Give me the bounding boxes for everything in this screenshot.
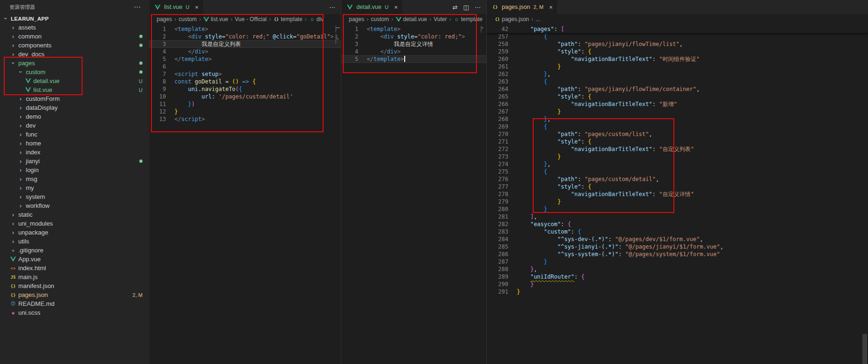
- breadcrumb-item[interactable]: pages: [157, 16, 172, 23]
- code-line[interactable]: 270 "path": "pages/custom/list",: [487, 130, 868, 138]
- chevron-right-icon[interactable]: ›: [17, 96, 24, 102]
- code-line[interactable]: 276 "path": "pages/custom/detail",: [487, 175, 868, 183]
- tree-folder-index[interactable]: ›index: [0, 148, 148, 157]
- code-line[interactable]: 274 },: [487, 160, 868, 168]
- chevron-right-icon[interactable]: ›: [17, 194, 24, 200]
- chevron-down-icon[interactable]: ›: [3, 15, 9, 23]
- chevron-right-icon[interactable]: ›: [17, 203, 24, 209]
- tree-file-list.vue[interactable]: list.vueU: [0, 85, 148, 94]
- chevron-right-icon[interactable]: ›: [17, 114, 24, 120]
- tree-root-project[interactable]: ›LEARUN_APP: [0, 14, 148, 23]
- chevron-right-icon[interactable]: ›: [17, 131, 24, 137]
- tree-file-manifest.json[interactable]: {}manifest.json: [0, 281, 148, 290]
- code-line[interactable]: 288 },: [487, 265, 868, 273]
- breadcrumb-item[interactable]: {}pages.json: [494, 16, 529, 23]
- code-line[interactable]: 272 "navigationBarTitleText": "自定义列表": [487, 145, 868, 153]
- code-line[interactable]: 4 </div>: [149, 48, 341, 55]
- chevron-down-icon[interactable]: ›: [10, 60, 16, 67]
- code-line[interactable]: 5</template>: [341, 55, 486, 63]
- tree-file-uni.scss[interactable]: ◉uni.scss: [0, 308, 148, 317]
- tab-list.vue[interactable]: list.vueU×: [149, 0, 203, 14]
- code-line[interactable]: 269 {: [487, 123, 868, 130]
- tree-folder-login[interactable]: ›login: [0, 166, 148, 174]
- code-line[interactable]: 277 "style": {: [487, 183, 868, 190]
- chevron-right-icon[interactable]: ›: [9, 220, 17, 227]
- tree-folder-dataDisplay[interactable]: ›dataDisplay: [0, 103, 148, 112]
- code-line[interactable]: 266 "navigationBarTitleText": "新增": [487, 100, 868, 108]
- tree-folder-common[interactable]: ›common: [0, 32, 148, 41]
- chevron-right-icon[interactable]: ›: [17, 167, 24, 173]
- chevron-right-icon[interactable]: ›: [9, 238, 17, 244]
- tree-folder-home[interactable]: ›home: [0, 139, 148, 148]
- tree-folder-uni_modules[interactable]: ›uni_modules: [0, 219, 148, 228]
- breadcrumb-item[interactable]: ◯div: [309, 16, 324, 23]
- breadcrumb-item[interactable]: pages: [349, 16, 364, 23]
- code-line[interactable]: 1<template>: [341, 25, 486, 33]
- code-line[interactable]: 4 </div>: [341, 48, 486, 55]
- chevron-right-icon[interactable]: ›: [17, 149, 24, 155]
- code-line[interactable]: 283 "custom": {: [487, 228, 868, 235]
- close-icon[interactable]: ×: [195, 4, 199, 11]
- code-line[interactable]: 282 "easycom": {: [487, 220, 868, 228]
- code-line[interactable]: 258 "path": "pages/jianyi/flowTime/list"…: [487, 40, 868, 48]
- code-line[interactable]: 10 url: '/pages/custom/detail': [149, 93, 341, 100]
- breadcrumb-item[interactable]: Vuter: [434, 16, 447, 23]
- breadcrumb-item[interactable]: ...: [536, 16, 540, 23]
- chevron-down-icon[interactable]: ›: [18, 68, 24, 76]
- more-icon[interactable]: ⋯: [475, 4, 481, 11]
- code-line[interactable]: 290 }: [487, 281, 868, 288]
- tree-folder-customForm[interactable]: ›customForm: [0, 94, 148, 103]
- code-line[interactable]: 275 {: [487, 168, 868, 175]
- chevron-right-icon[interactable]: ›: [17, 185, 24, 191]
- breadcrumb-item[interactable]: detail.vue: [395, 16, 427, 23]
- tree-file-detail.vue[interactable]: detail.vueU: [0, 76, 148, 85]
- code-line[interactable]: 7<script setup>: [149, 70, 341, 78]
- code-line[interactable]: 8const goDetail = () => {: [149, 78, 341, 85]
- code-line[interactable]: 261 }: [487, 63, 868, 70]
- code-line[interactable]: 9 uni.navigateTo({: [149, 85, 341, 93]
- explorer-more-icon[interactable]: ⋯: [134, 3, 141, 11]
- tree-folder-static[interactable]: ›static: [0, 210, 148, 219]
- tab-detail.vue[interactable]: detail.vueU×: [341, 0, 402, 14]
- breadcrumb-item[interactable]: Vue - Official: [235, 16, 267, 23]
- tree-folder-components[interactable]: ›components: [0, 41, 148, 50]
- chevron-right-icon[interactable]: ›: [17, 158, 24, 164]
- code-editor[interactable]: 1<template>2 <div style="color: red;" @c…: [149, 24, 341, 364]
- code-line[interactable]: 279 }: [487, 198, 868, 205]
- tree-folder-jianyi[interactable]: ›jianyi: [0, 157, 148, 166]
- code-editor[interactable]: 42 "pages": [257 {258 "path": "pages/jia…: [487, 24, 868, 364]
- code-line[interactable]: 265 "style": {: [487, 93, 868, 100]
- tree-folder-unpackage[interactable]: ›unpackage: [0, 228, 148, 237]
- chevron-right-icon[interactable]: ›: [9, 229, 17, 235]
- tree-file-pages.json[interactable]: {}pages.json2, M: [0, 290, 148, 299]
- tree-folder-pages[interactable]: ›pages: [0, 59, 148, 68]
- tree-folder-demo[interactable]: ›demo: [0, 112, 148, 121]
- code-line[interactable]: 285 "^sys-jianyi-(.*)": "@/pages/jianyi/…: [487, 243, 868, 250]
- code-line[interactable]: 12}: [149, 108, 341, 115]
- code-line[interactable]: 3 我是自定义详情: [341, 40, 486, 48]
- tree-file-App.vue[interactable]: App.vue: [0, 255, 148, 264]
- chevron-right-icon[interactable]: ›: [9, 212, 17, 218]
- code-line[interactable]: 2 <div style="color: red;" @click="goDet…: [149, 33, 341, 40]
- code-line[interactable]: 267 }: [487, 108, 868, 115]
- code-line[interactable]: 2 <div style="color: red;">: [341, 33, 486, 40]
- tree-folder-custom[interactable]: ›custom: [0, 68, 148, 76]
- chevron-right-icon[interactable]: ›: [9, 51, 17, 57]
- chevron-right-icon[interactable]: ›: [17, 176, 24, 182]
- chevron-right-icon[interactable]: ›: [17, 140, 24, 146]
- code-line[interactable]: 291}: [487, 288, 868, 296]
- code-line[interactable]: 286 "^sys-system-(.*)": "@/pages/system/…: [487, 250, 868, 258]
- minimap[interactable]: [480, 25, 486, 364]
- chevron-right-icon[interactable]: ›: [9, 24, 17, 30]
- vertical-scrollbar[interactable]: [862, 334, 867, 364]
- tree-folder-dev[interactable]: ›dev: [0, 121, 148, 130]
- code-line[interactable]: 263 {: [487, 78, 868, 85]
- tree-folder-my[interactable]: ›my: [0, 183, 148, 192]
- tree-file-main.js[interactable]: JSmain.js: [0, 273, 148, 281]
- code-line[interactable]: 264 "path": "pages/jianyi/flowTime/conta…: [487, 85, 868, 93]
- code-line[interactable]: 281 ],: [487, 213, 868, 220]
- chevron-right-icon[interactable]: ›: [9, 33, 17, 39]
- compare-icon[interactable]: ⇄: [453, 4, 458, 11]
- tree-file-.gitignore[interactable]: ◈.gitignore: [0, 246, 148, 255]
- code-line[interactable]: 284 "^sys-dev-(.*)": "@/pages/dev/$1/for…: [487, 235, 868, 243]
